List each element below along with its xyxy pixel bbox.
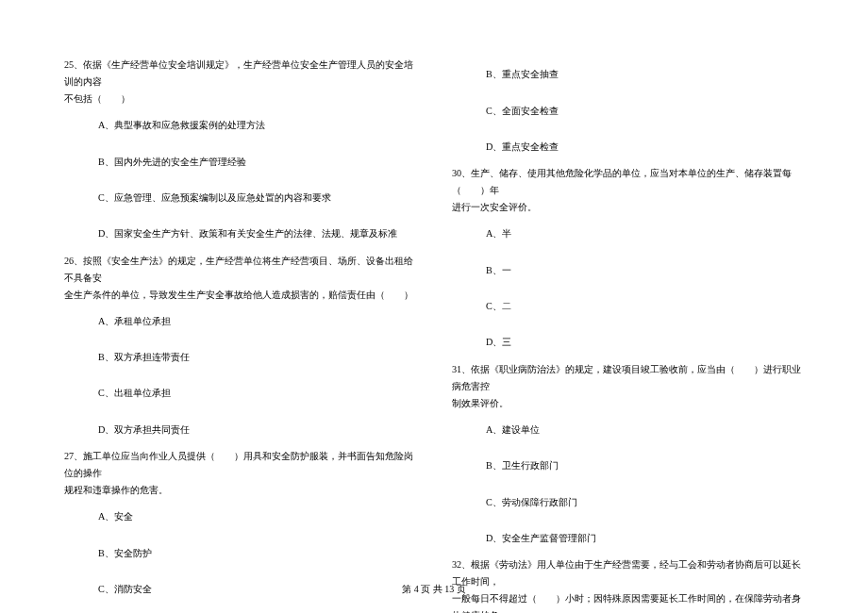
- q30-stem: 30、生产、储存、使用其他危险化学品的单位，应当对本单位的生产、储存装置每（ ）…: [452, 165, 804, 199]
- q30-option-d: D、三: [452, 334, 804, 351]
- q26-option-c: C、出租单位承担: [64, 385, 416, 402]
- exam-page: 25、依据《生产经营单位安全培训规定》，生产经营单位安全生产管理人员的安全培训的…: [0, 0, 868, 613]
- q30-option-a: A、半: [452, 225, 804, 242]
- q31-stem-cont: 制效果评价。: [452, 395, 804, 412]
- q26-option-b: B、双方承担连带责任: [64, 349, 416, 366]
- q25-option-b: B、国内外先进的安全生产管理经验: [64, 154, 416, 171]
- q31-option-c: C、劳动保障行政部门: [452, 494, 804, 511]
- q31-option-a: A、建设单位: [452, 422, 804, 439]
- q26-option-d: D、双方承担共同责任: [64, 422, 416, 439]
- two-column-layout: 25、依据《生产经营单位安全培训规定》，生产经营单位安全生产管理人员的安全培训的…: [64, 57, 804, 566]
- q25-stem: 25、依据《生产经营单位安全培训规定》，生产经营单位安全生产管理人员的安全培训的…: [64, 57, 416, 91]
- page-footer: 第 4 页 共 13 页: [0, 583, 868, 596]
- q25-option-c: C、应急管理、应急预案编制以及应急处置的内容和要求: [64, 190, 416, 207]
- q31-stem: 31、依据《职业病防治法》的规定，建设项目竣工验收前，应当由（ ）进行职业病危害…: [452, 361, 804, 395]
- q30-option-c: C、二: [452, 298, 804, 315]
- q29-option-c: C、全面安全检查: [452, 103, 804, 120]
- q29-option-d: D、重点安全检查: [452, 139, 804, 156]
- q29-option-b: B、重点安全抽查: [452, 66, 804, 83]
- q25-option-a: A、典型事故和应急救援案例的处理方法: [64, 117, 416, 134]
- q27-option-a: A、安全: [64, 508, 416, 525]
- q30-stem-cont: 进行一次安全评价。: [452, 199, 804, 216]
- q27-option-b: B、安全防护: [64, 545, 416, 562]
- right-column: B、重点安全抽查 C、全面安全检查 D、重点安全检查 30、生产、储存、使用其他…: [452, 57, 804, 566]
- q26-stem: 26、按照《安全生产法》的规定，生产经营单位将生产经营项目、场所、设备出租给不具…: [64, 253, 416, 287]
- q25-stem-cont: 不包括（ ）: [64, 91, 416, 108]
- q30-option-b: B、一: [452, 262, 804, 279]
- left-column: 25、依据《生产经营单位安全培训规定》，生产经营单位安全生产管理人员的安全培训的…: [64, 57, 416, 566]
- q27-stem-cont: 规程和违章操作的危害。: [64, 482, 416, 499]
- q26-option-a: A、承租单位承担: [64, 313, 416, 330]
- q31-option-d: D、安全生产监督管理部门: [452, 530, 804, 547]
- q31-option-b: B、卫生行政部门: [452, 457, 804, 474]
- q25-option-d: D、国家安全生产方针、政策和有关安全生产的法律、法规、规章及标准: [64, 225, 416, 242]
- q26-stem-cont: 全生产条件的单位，导致发生生产安全事故给他人造成损害的，赔偿责任由（ ）: [64, 287, 416, 304]
- q27-stem: 27、施工单位应当向作业人员提供（ ）用具和安全防护服装，并书面告知危险岗位的操…: [64, 448, 416, 482]
